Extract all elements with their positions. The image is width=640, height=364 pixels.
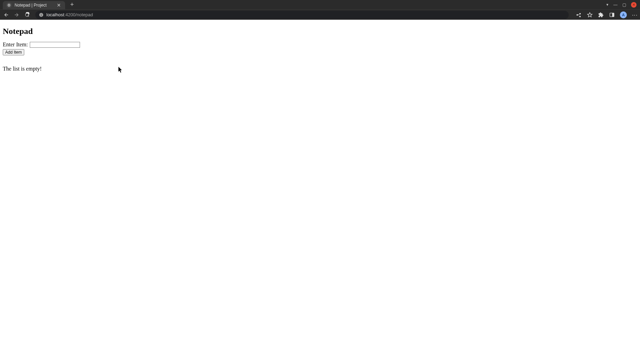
browser-toolbar: localhost:4200/notepad A ⋮ <box>0 9 640 20</box>
address-bar[interactable]: localhost:4200/notepad <box>35 11 569 19</box>
input-label: Enter Item: <box>3 42 28 47</box>
profile-avatar[interactable]: A <box>620 11 627 18</box>
window-controls: ▾ — ▢ ✕ <box>606 0 640 9</box>
forward-button[interactable] <box>13 11 20 18</box>
active-tab[interactable]: Notepad | Project ✕ <box>3 1 65 9</box>
globe-icon <box>6 2 12 8</box>
browser-tab-strip: Notepad | Project ✕ + ▾ — ▢ ✕ <box>0 0 640 9</box>
window-maximize-icon[interactable]: ▢ <box>622 2 626 7</box>
empty-list-message: The list is empty! <box>3 66 637 72</box>
tab-title: Notepad | Project <box>15 3 53 8</box>
url-path: :4200/notepad <box>64 12 93 17</box>
tab-bar: Notepad | Project ✕ + <box>0 0 606 9</box>
extensions-icon[interactable] <box>598 12 604 18</box>
page-title: Notepad <box>3 27 637 36</box>
close-tab-icon[interactable]: ✕ <box>56 2 62 8</box>
site-info-icon[interactable] <box>39 12 44 17</box>
item-input[interactable] <box>30 42 80 48</box>
share-icon[interactable] <box>576 12 582 18</box>
page-content: Notepad Enter Item: Add Item The list is… <box>0 20 640 75</box>
back-button[interactable] <box>3 11 10 18</box>
browser-menu-icon[interactable]: ⋮ <box>632 12 637 17</box>
item-form: Enter Item: <box>3 42 637 48</box>
url-host: localhost <box>46 12 64 17</box>
window-close-icon[interactable]: ✕ <box>631 2 637 8</box>
add-item-button[interactable]: Add Item <box>3 49 24 55</box>
avatar-initial: A <box>622 13 625 17</box>
reload-button[interactable] <box>24 11 30 18</box>
chevron-down-icon[interactable]: ▾ <box>606 2 608 7</box>
side-panel-icon[interactable] <box>609 12 615 18</box>
bookmark-icon[interactable] <box>587 12 593 18</box>
url-text: localhost:4200/notepad <box>46 12 93 17</box>
toolbar-right: A ⋮ <box>572 11 637 18</box>
new-tab-button[interactable]: + <box>67 0 77 9</box>
svg-rect-1 <box>612 13 614 17</box>
window-minimize-icon[interactable]: — <box>613 2 617 7</box>
